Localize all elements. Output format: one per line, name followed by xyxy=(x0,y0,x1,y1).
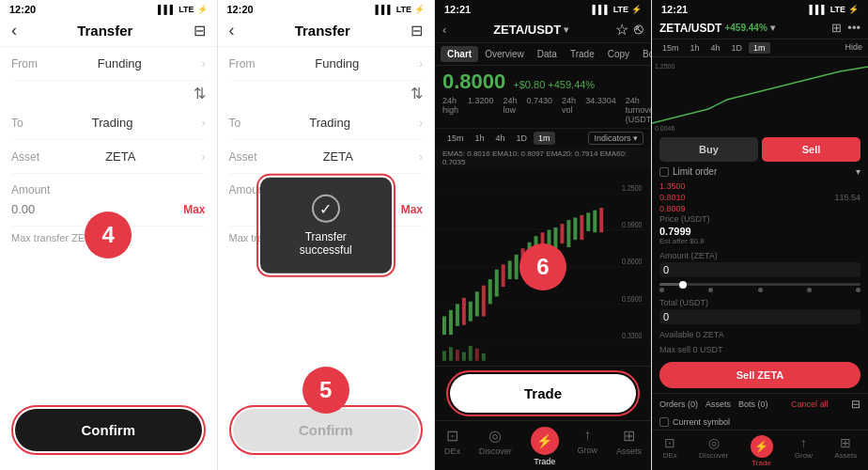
rp-assets-icon: ⊞ xyxy=(840,435,851,450)
tab-bots[interactable]: Bots xyxy=(636,46,652,62)
header-1: ‹ Transfer ⊟ xyxy=(0,17,217,47)
rp-nav-dex[interactable]: ⊡ DEx xyxy=(663,435,677,467)
interval-4h[interactable]: 4h xyxy=(491,132,510,145)
panel-transfer-1: 12:20 ▌▌▌ LTE ⚡ ‹ Transfer ⊟ From Fundin… xyxy=(0,0,218,470)
status-icons-1: ▌▌▌ LTE ⚡ xyxy=(158,5,207,14)
tab-data[interactable]: Data xyxy=(531,46,564,62)
dex-icon: ⊡ xyxy=(446,427,458,445)
rp-header: ZETA/USDT +459.44% ▾ ⊞ ••• xyxy=(652,17,868,39)
menu-icon-1[interactable]: ⊟ xyxy=(194,22,206,39)
amount-field-input[interactable] xyxy=(659,262,860,277)
slider-thumb[interactable] xyxy=(679,281,687,289)
rp-nav-trade[interactable]: ⚡ Trade xyxy=(751,435,773,467)
from-value: Funding xyxy=(98,56,142,70)
share-icon[interactable]: ⎋ xyxy=(634,21,643,39)
trade-button[interactable]: Trade xyxy=(450,374,636,413)
bots-tab-label[interactable]: Bots (0) xyxy=(738,400,768,409)
rp-interval-1d[interactable]: 1D xyxy=(727,42,748,54)
max-button[interactable]: Max xyxy=(183,203,205,216)
limit-check[interactable] xyxy=(659,167,669,177)
max-button-2[interactable]: Max xyxy=(401,203,423,216)
svg-rect-19 xyxy=(495,270,499,297)
interval-1d[interactable]: 1D xyxy=(512,132,533,145)
svg-rect-22 xyxy=(515,255,519,279)
menu-icon-2[interactable]: ⊟ xyxy=(411,22,423,39)
interval-1h[interactable]: 1h xyxy=(471,132,489,145)
rp-pair-title[interactable]: ZETA/USDT +459.44% ▾ xyxy=(659,22,775,35)
current-symbol-row: Current symbol xyxy=(652,415,868,430)
rp-grow-label: Grow xyxy=(795,451,813,460)
to-value: Trading xyxy=(92,116,133,130)
rp-nav-grow[interactable]: ↑ Grow xyxy=(795,435,813,467)
from-arrow: › xyxy=(201,57,205,70)
cancel-all-button[interactable]: Cancel all xyxy=(791,400,829,409)
amount-label: Amount xyxy=(11,183,206,196)
max-transfer-label: Max transfer xyxy=(11,232,69,243)
hide-button[interactable]: Hide xyxy=(845,42,862,54)
slider-row xyxy=(652,280,868,295)
nav-dex[interactable]: ⊡ DEx xyxy=(444,427,460,466)
rp-interval-15m[interactable]: 15m xyxy=(658,42,684,54)
slider-track[interactable] xyxy=(659,283,860,286)
assets-tab-label[interactable]: Assets xyxy=(705,400,731,409)
indicators-button[interactable]: Indicators ▾ xyxy=(588,132,643,145)
network-icon-3: LTE xyxy=(613,5,628,14)
tab-trade[interactable]: Trade xyxy=(564,46,601,62)
orders-settings-icon[interactable]: ⊟ xyxy=(851,398,860,411)
svg-text:1.2500: 1.2500 xyxy=(622,183,643,193)
star-icon[interactable]: ☆ xyxy=(615,21,628,39)
orders-tab-label[interactable]: Orders (0) xyxy=(659,400,698,409)
check-circle-icon: ✓ xyxy=(312,195,340,223)
status-icons-4: ▌▌▌ LTE ⚡ xyxy=(810,5,859,14)
nav-trade[interactable]: ⚡ Trade xyxy=(531,427,559,466)
sell-button[interactable]: Sell xyxy=(762,137,860,162)
sell-zeta-button[interactable]: Sell ZETA xyxy=(659,362,860,388)
tab-overview[interactable]: Overview xyxy=(478,46,531,62)
slider-dots xyxy=(659,288,860,292)
more-icon-rp[interactable]: ••• xyxy=(847,21,860,35)
nav-assets[interactable]: ⊞ Assets xyxy=(616,427,642,466)
low-label: 24h low xyxy=(504,96,518,124)
chart-pair-title[interactable]: ZETA/USDT ▾ xyxy=(493,23,568,37)
asset-label: Asset xyxy=(11,150,39,164)
price-field-value[interactable]: 0.7999 xyxy=(659,226,691,237)
tab-chart[interactable]: Chart xyxy=(441,46,478,62)
header-2: ‹ Transfer ⊟ xyxy=(218,17,435,47)
rp-interval-1h[interactable]: 1h xyxy=(686,42,705,54)
form-section-2: From Funding › ⇅ To Trading › Asset ZETA… xyxy=(218,47,435,400)
current-symbol-check[interactable] xyxy=(659,417,669,427)
slider-dot-25 xyxy=(708,288,713,292)
svg-text:1.2500: 1.2500 xyxy=(655,63,675,70)
ob-row-sell-2: 0.8010 115.54 xyxy=(659,192,860,203)
swap-icon-2[interactable]: ⇅ xyxy=(411,85,423,102)
rp-nav-discover[interactable]: ◎ Discover xyxy=(699,435,728,467)
big-price: 0.8000 xyxy=(442,70,505,94)
total-label: Total (USDT) xyxy=(659,298,708,307)
tab-copy[interactable]: Copy xyxy=(601,46,636,62)
interval-1m[interactable]: 1m xyxy=(534,132,555,145)
buy-button[interactable]: Buy xyxy=(659,137,758,162)
rp-mini-chart: 1.2500 0.0046 xyxy=(652,57,868,133)
confirm-button-1[interactable]: Confirm xyxy=(15,409,202,451)
ob-row-sell-3: 0.8009 xyxy=(659,203,860,212)
rp-interval-4h[interactable]: 4h xyxy=(706,42,725,54)
chart-back-btn[interactable]: ‹ xyxy=(442,23,446,37)
total-input[interactable] xyxy=(659,309,860,324)
status-bar-2: 12:20 ▌▌▌ LTE ⚡ xyxy=(218,0,435,17)
swap-icon[interactable]: ⇅ xyxy=(194,85,206,102)
svg-text:0.3300: 0.3300 xyxy=(622,331,643,340)
ema-bar: EMA5: 0.8016 EMA10: 0.8097 EMA20: 0.7914… xyxy=(435,148,651,168)
rp-interval-1m[interactable]: 1m xyxy=(749,42,770,54)
chart-header: ‹ ZETA/USDT ▾ ☆ ⎋ xyxy=(435,17,651,43)
rp-nav-assets[interactable]: ⊞ Assets xyxy=(834,435,857,467)
nav-discover[interactable]: ◎ Discover xyxy=(479,427,512,466)
confirm-button-2[interactable]: Confirm xyxy=(233,409,420,451)
confirm-area-1: Confirm xyxy=(0,400,217,470)
nav-grow[interactable]: ↑ Grow xyxy=(578,427,598,466)
network-icon-4: LTE xyxy=(830,5,845,14)
settings-icon-rp[interactable]: ⊞ xyxy=(831,21,842,35)
pair-dropdown-icon-rp: ▾ xyxy=(770,23,775,33)
svg-rect-18 xyxy=(488,279,492,304)
step-badge-4: 4 xyxy=(85,212,132,258)
interval-15m[interactable]: 15m xyxy=(442,132,469,145)
